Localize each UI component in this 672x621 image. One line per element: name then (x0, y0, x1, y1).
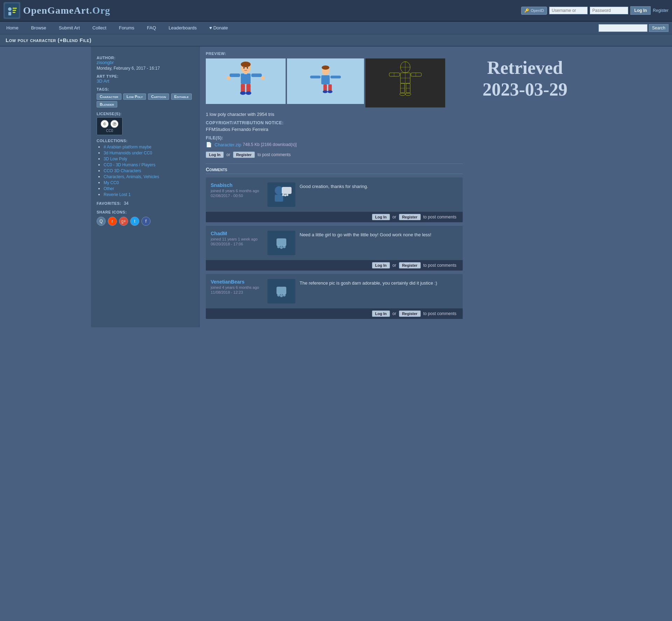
comment-user-info: ChadM joined 11 years 1 week ago 06/20/2… (211, 231, 263, 246)
comment-login-btn-2[interactable]: Log In (372, 310, 390, 317)
tag-editable[interactable]: Editable (171, 93, 192, 100)
svg-rect-29 (310, 76, 321, 78)
comment-username-1[interactable]: ChadM (211, 231, 227, 236)
svg-point-34 (328, 90, 332, 93)
comment-joined-2: joined 4 years 6 months ago (211, 285, 263, 289)
tag-lowpoly[interactable]: Low Poly (123, 93, 146, 100)
svg-point-57 (286, 194, 288, 196)
nav-collect[interactable]: Collect (86, 22, 113, 34)
main-nav: Home Browse Submit Art Collect Forums FA… (0, 22, 672, 34)
svg-point-65 (277, 294, 280, 296)
art-type-label: Art Type: (97, 74, 194, 78)
comment-login-btn-1[interactable]: Log In (372, 262, 390, 268)
collection-2[interactable]: 3D Low Poly (104, 156, 127, 161)
svg-rect-53 (275, 195, 283, 202)
comment-avatar-0 (267, 182, 295, 207)
svg-point-27 (322, 65, 329, 70)
share-facebook-icon[interactable]: f (141, 217, 150, 226)
preview-image-2[interactable] (287, 58, 364, 104)
collection-1[interactable]: 3d Humanoids under CC0 (104, 151, 152, 155)
collection-8[interactable]: Reverie Lost 1 (104, 192, 131, 197)
site-header: OpenGameArt.Org 🔑 OpenID Log In Register (0, 0, 672, 22)
search-button[interactable]: Search (649, 24, 668, 32)
svg-point-61 (280, 246, 283, 249)
comments-section: Comments Snabisch joined 8 years 6 month… (206, 163, 463, 319)
date-text: Monday, February 6, 2017 - 16:17 (97, 66, 194, 71)
main-login-button[interactable]: Log In (206, 152, 224, 158)
search-input[interactable] (598, 24, 648, 32)
username-input[interactable] (549, 7, 588, 14)
file-download-link[interactable]: Character.zip (215, 142, 241, 147)
password-input[interactable] (590, 7, 628, 14)
site-title: OpenGameArt.Org (23, 5, 110, 16)
main-register-button[interactable]: Register (233, 152, 255, 158)
collection-6[interactable]: My CC0 (104, 180, 119, 185)
openid-button[interactable]: 🔑 OpenID (521, 7, 547, 15)
collection-3[interactable]: CC0 - 3D Humans / Players (104, 162, 155, 167)
comment-post-text-1: to post comments (423, 263, 456, 268)
nav-submit-art[interactable]: Submit Art (52, 22, 86, 34)
collection-7[interactable]: Other (104, 186, 114, 191)
preview-image-3[interactable] (365, 58, 445, 107)
files-label: File(s): (206, 135, 463, 140)
svg-point-13 (243, 67, 245, 69)
comment-username-2[interactable]: VenetianBears (211, 279, 245, 285)
register-link[interactable]: Register (653, 8, 668, 13)
art-type-link[interactable]: 3D Art (97, 78, 109, 84)
tag-character[interactable]: Character (97, 93, 121, 100)
share-qq-icon[interactable]: Q (97, 217, 106, 226)
svg-point-60 (277, 245, 280, 248)
comment-login-btn-0[interactable]: Log In (372, 214, 390, 220)
svg-rect-2 (8, 12, 11, 15)
nav-donate[interactable]: ♥ Donate (203, 22, 234, 34)
nav-browse[interactable]: Browse (25, 22, 52, 34)
tag-cartoon[interactable]: Cartoon (148, 93, 169, 100)
collection-4[interactable]: CCO 3D Characters (104, 168, 141, 173)
nav-leaderboards[interactable]: Leaderboards (162, 22, 203, 34)
nav-forums[interactable]: Forums (113, 22, 141, 34)
share-reddit-icon[interactable]: r (108, 217, 117, 226)
comment-text-2: The reference pic is gosh darn adorable,… (300, 279, 458, 286)
svg-point-14 (247, 67, 248, 69)
nav-home[interactable]: Home (0, 22, 25, 34)
avatar-svg-2 (271, 282, 292, 300)
comment-avatar-1 (267, 231, 295, 255)
comment-register-btn-0[interactable]: Register (399, 214, 421, 220)
page-title-bar: Low poly character (+Blend File) (0, 34, 672, 47)
svg-rect-18 (251, 74, 262, 77)
login-button[interactable]: Log In (630, 6, 651, 15)
comment-post-text-2: to post comments (423, 311, 456, 316)
comment-joined-1: joined 11 years 1 week ago (211, 237, 263, 241)
comment-register-btn-2[interactable]: Register (399, 310, 421, 317)
logo-area: OpenGameArt.Org (4, 2, 110, 19)
preview-label: Preview: (206, 51, 463, 56)
file-downloads: [2166 download(s)] (261, 142, 297, 147)
author-link[interactable]: zisongbr (97, 60, 114, 65)
comment-item: Snabisch joined 8 years 6 months ago 02/… (206, 177, 463, 222)
tag-blender[interactable]: Blender (97, 101, 117, 107)
share-twitter-icon[interactable]: t (130, 217, 139, 226)
comment-actions-0: Log In or Register to post comments (206, 212, 463, 222)
svg-text:Ⓟ: Ⓟ (113, 122, 117, 126)
file-row: 📄 Character.zip 748.5 Kb [2166 download(… (206, 142, 463, 147)
comment-user-info: VenetianBears joined 4 years 6 months ag… (211, 279, 263, 294)
share-icons-container: Q r g+ t f (97, 217, 194, 226)
svg-rect-16 (230, 74, 240, 77)
preview-image-1[interactable] (206, 58, 286, 104)
collection-0[interactable]: # Arabian platform maybe (104, 145, 152, 149)
favorites-row: Favorites: 34 (97, 201, 194, 206)
site-logo-icon[interactable] (4, 2, 20, 19)
nav-faq[interactable]: FAQ (141, 22, 162, 34)
license-label: License(s): (97, 112, 194, 116)
post-comment-row: Log In or Register to post comments (206, 152, 463, 158)
comment-username-0[interactable]: Snabisch (211, 182, 232, 188)
openid-icon: 🔑 (524, 8, 529, 13)
cc-icon: © (100, 120, 109, 128)
retrieved-panel: Retrieved 2023-03-29 (469, 47, 581, 327)
collection-5[interactable]: Characters, Animals, Vehicles (104, 174, 159, 179)
svg-rect-59 (276, 238, 286, 246)
comment-register-btn-1[interactable]: Register (399, 262, 421, 268)
share-label: Share Icons: (97, 210, 127, 214)
svg-rect-21 (241, 84, 245, 92)
share-google-icon[interactable]: g+ (119, 217, 128, 226)
